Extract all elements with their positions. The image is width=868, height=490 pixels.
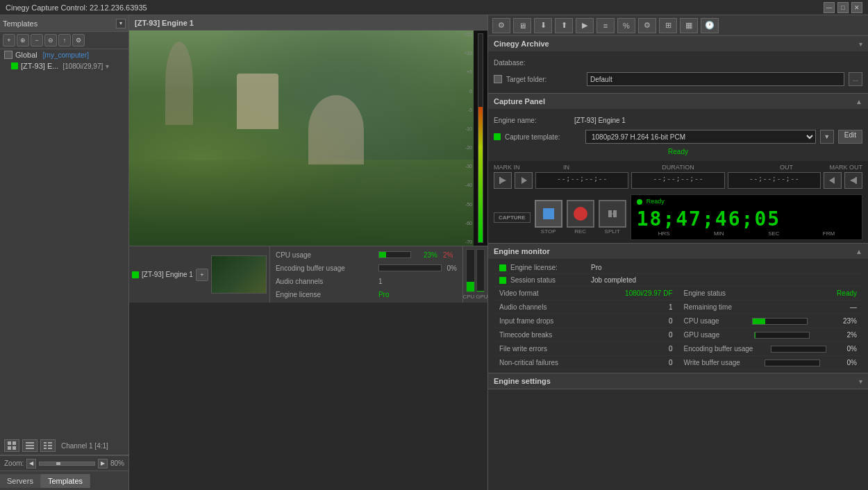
- cpu-gpu-panel: CPU GPU: [462, 246, 487, 303]
- svg-rect-14: [499, 177, 501, 184]
- rt-clock-btn[interactable]: 🕐: [701, 18, 719, 33]
- zoom-bar: Zoom: ◀ ▶ 80%: [0, 455, 128, 471]
- add-engine-btn[interactable]: +: [196, 269, 208, 281]
- templates-tab[interactable]: Templates: [41, 474, 90, 488]
- session-status-row: Session status Job completed: [494, 274, 862, 287]
- out-btn[interactable]: [824, 172, 842, 189]
- grid-view-btn[interactable]: [4, 439, 19, 452]
- database-label: Database:: [494, 59, 570, 67]
- engine-settings-header[interactable]: Engine settings ▾: [488, 373, 868, 389]
- archive-header[interactable]: Cinegy Archive ▾: [488, 36, 868, 51]
- engine-name: [ZT-93] Engine 1: [142, 271, 193, 278]
- capture-panel-section: Capture Panel ▲ Engine name: [ZT-93] Eng…: [488, 94, 868, 244]
- engine-monitor-header[interactable]: Engine monitor ▲: [488, 244, 868, 259]
- rt-menu-btn[interactable]: ≡: [596, 18, 615, 33]
- engine-tree-row[interactable]: [ZT-93] E... [1080i/29,97] ▾: [0, 60, 128, 71]
- chevron-icon[interactable]: ▾: [106, 62, 109, 70]
- edit-btn[interactable]: Edit: [838, 130, 862, 144]
- frm-label: FRM: [801, 230, 856, 237]
- rec-btn[interactable]: [567, 200, 594, 228]
- timecode-display: Ready 18;47;46;05 HRS MIN SEC FRM: [631, 194, 862, 240]
- tc-dur-field[interactable]: --;--;--;--: [631, 172, 724, 189]
- left-toolbar: + ⊕ − ⊖ ↑ ⚙: [0, 32, 128, 49]
- settings-btn[interactable]: ⚙: [72, 34, 85, 47]
- tc-out-field[interactable]: --;--;--;--: [728, 172, 821, 189]
- timecode-row: --;--;--;-- --;--;--;-- --;--;--;--: [494, 172, 862, 189]
- up-btn[interactable]: ↑: [58, 34, 71, 47]
- servers-tab[interactable]: Servers: [0, 474, 41, 488]
- target-folder-checkbox[interactable]: [494, 75, 502, 83]
- gpu-monitor-bar: [754, 332, 810, 339]
- zoom-left-btn[interactable]: ◀: [26, 459, 36, 468]
- add-btn[interactable]: +: [3, 34, 15, 47]
- svg-marker-16: [829, 177, 835, 184]
- list-view-btn[interactable]: [22, 439, 37, 452]
- close-button[interactable]: ✕: [851, 2, 862, 13]
- tree-row-global[interactable]: Global [my_computer]: [0, 49, 128, 60]
- rt-download-btn[interactable]: ⬇: [534, 18, 552, 33]
- minimize-button[interactable]: —: [824, 2, 835, 13]
- split-btn[interactable]: [599, 200, 626, 228]
- engine-lic-monitor-value: Pro: [591, 264, 602, 271]
- cpu-bar-label: CPU: [462, 294, 474, 300]
- cpu-pct2: 2%: [443, 251, 457, 259]
- right-panel-scroll[interactable]: Cinegy Archive ▾ Database: Target folder…: [488, 36, 868, 490]
- mark-in-btn[interactable]: [494, 172, 512, 189]
- global-label: Global: [15, 51, 37, 59]
- monitor-write-buf: Write buffer usage 0%: [678, 356, 863, 370]
- rt-pct-btn[interactable]: %: [617, 18, 635, 33]
- engine-lic-row: Engine license: Pro: [494, 262, 862, 274]
- monitor-frame-drops: Input frame drops 0: [494, 314, 678, 328]
- svg-rect-19: [608, 210, 612, 217]
- filter-btn[interactable]: ▼: [820, 130, 834, 144]
- archive-collapse-icon: ▾: [859, 40, 862, 48]
- svg-rect-20: [613, 210, 617, 217]
- mark-in-label: MARK IN: [494, 164, 535, 171]
- minus-btn[interactable]: −: [31, 34, 43, 47]
- rt-settings-btn[interactable]: ⚙: [492, 18, 510, 33]
- maximize-button[interactable]: □: [837, 2, 849, 13]
- zoom-right-btn[interactable]: ▶: [98, 459, 108, 468]
- add-circle-btn[interactable]: ⊕: [17, 34, 29, 47]
- tc-ready-row: Ready: [637, 198, 856, 206]
- monitor-non-critical: Non-critical failures 0: [494, 356, 678, 370]
- rt-monitor-btn[interactable]: 🖥: [513, 18, 531, 33]
- svg-rect-2: [8, 446, 11, 450]
- tc-ready-dot: [637, 199, 642, 205]
- monitor-cpu-usage: CPU usage 23%: [678, 314, 863, 328]
- capture-panel-collapse: ▲: [856, 98, 862, 105]
- rt-grid2-btn[interactable]: ▦: [680, 18, 698, 33]
- engine-lic-monitor-label: Engine license:: [510, 264, 587, 271]
- svg-rect-12: [48, 448, 52, 449]
- stop-inner: [543, 208, 554, 219]
- capture-template-select[interactable]: 1080p29.97 H.264 16-bit PCM: [585, 130, 816, 144]
- rt-grid-btn[interactable]: ⊞: [659, 18, 677, 33]
- rt-gear-btn[interactable]: ⚙: [638, 18, 656, 33]
- target-folder-browse-btn[interactable]: …: [849, 72, 862, 86]
- capture-template-label: Capture template:: [505, 133, 581, 141]
- split-label: SPLIT: [605, 228, 620, 235]
- audio-label: Audio channels: [276, 278, 373, 285]
- in-btn[interactable]: [515, 172, 533, 189]
- capture-panel-header[interactable]: Capture Panel ▲: [488, 94, 868, 109]
- remove-btn[interactable]: ⊖: [44, 34, 57, 47]
- cpu-monitor-bar: [752, 318, 808, 325]
- stop-btn[interactable]: [535, 200, 562, 228]
- zoom-slider[interactable]: [39, 462, 95, 466]
- engine-status-row: [ZT-93] Engine 1 + CPU usage 23% 2% Enco…: [129, 246, 487, 303]
- rec-label: REC: [574, 228, 586, 235]
- rt-play-btn[interactable]: ▶: [576, 18, 594, 33]
- target-folder-row: Target folder: …: [494, 72, 862, 86]
- detail-view-btn[interactable]: [40, 439, 56, 452]
- right-toolbar: ⚙ 🖥 ⬇ ⬆ ▶ ≡ % ⚙ ⊞ ▦ 🕐: [488, 15, 868, 36]
- write-monitor-bar: [765, 360, 820, 366]
- global-checkbox[interactable]: [4, 51, 12, 59]
- tc-in-field[interactable]: --;--;--;--: [535, 172, 628, 189]
- svg-rect-8: [48, 442, 52, 443]
- lic-label: Engine license: [276, 291, 373, 298]
- session-value: Job completed: [591, 276, 636, 284]
- mark-out-btn[interactable]: [844, 172, 862, 189]
- rt-upload-btn[interactable]: ⬆: [555, 18, 573, 33]
- header-menu-btn[interactable]: ▾: [116, 19, 126, 28]
- target-folder-input[interactable]: [587, 72, 844, 86]
